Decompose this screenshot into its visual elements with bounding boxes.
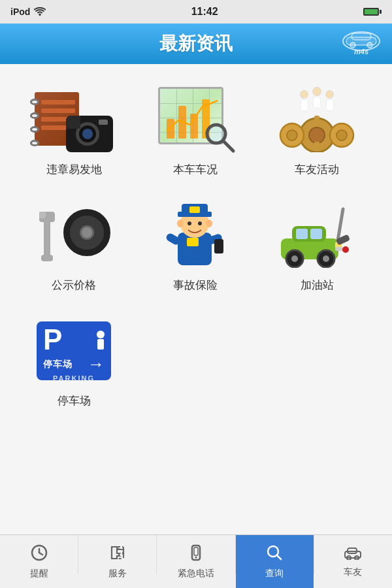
clock-icon [31,544,48,565]
main-content: 违章易发地 [0,64,392,534]
grid-item-jiayouzhan[interactable]: 加油站 [256,193,378,302]
page-title: 最新资讯 [159,31,233,56]
grid-item-cheyouhuodong[interactable]: 车友活动 [256,77,378,186]
svg-rect-32 [214,239,223,253]
grid-item-shigubaoxian[interactable]: 事故保险 [135,193,256,302]
tab-cheyou[interactable]: 车友 [314,535,392,588]
shigubaoxian-icon [153,199,238,271]
grid-row-2: 公示价格 [13,193,379,302]
tab-tixing-label: 提醒 [30,568,48,580]
svg-point-48 [342,246,349,253]
grid-item-gongshijia[interactable]: 公示价格 [13,193,135,302]
tab-jinjidianhua[interactable]: 紧急电话 [157,535,235,588]
cheyouhuodong-icon [274,84,359,155]
battery-icon [363,8,382,16]
car-icon [344,546,362,564]
svg-point-28 [188,221,191,225]
cheyouhuodong-label: 车友活动 [295,162,339,177]
status-bar: iPod 11:42 [0,0,392,24]
svg-rect-21 [39,212,46,218]
svg-point-43 [323,255,329,262]
svg-rect-19 [44,218,50,261]
svg-point-55 [195,556,197,558]
gongshijia-icon [31,199,116,271]
weizhangyifadi-label: 违章易发地 [46,162,102,177]
svg-rect-27 [189,206,200,213]
svg-point-16 [287,130,297,140]
svg-rect-33 [187,238,199,246]
grid-row-3: P 停车场 → PARKING 停车场 [13,308,379,417]
svg-rect-54 [194,547,198,555]
svg-point-29 [198,221,202,225]
svg-rect-11 [314,116,319,125]
search-icon [266,544,283,565]
tab-fuwu-label: 服务 [108,568,127,580]
shigubaoxian-label: 事故保险 [173,278,218,293]
svg-line-51 [39,553,42,555]
svg-line-57 [277,555,281,559]
svg-point-41 [291,255,298,262]
svg-point-4 [350,42,355,48]
gongshijia-label: 公示价格 [52,278,96,293]
tab-chaxun[interactable]: 查询 [236,535,314,588]
carrier-label: iPod [10,7,30,17]
svg-line-8 [223,140,233,151]
grid-item-tingchechang[interactable]: P 停车场 → PARKING 停车场 [13,308,135,417]
svg-rect-12 [314,142,319,151]
svg-point-18 [336,130,347,140]
svg-rect-45 [335,247,343,251]
svg-point-34 [177,220,184,227]
tingchechang-label: 停车场 [57,393,91,408]
status-time: 11:42 [191,6,218,18]
svg-point-0 [39,14,41,16]
grid-row-1: 违章易发地 [13,77,379,186]
svg-rect-39 [310,229,322,239]
svg-rect-22 [41,255,53,261]
svg-point-35 [206,220,212,227]
benchekuang-icon [153,84,238,155]
puzzle-icon [109,544,126,565]
tingchechang-icon: P 停车场 → PARKING [31,315,116,387]
benchekuang-label: 本车车况 [173,162,218,177]
tab-bar: 提醒 服务 紧急电话 [0,534,392,588]
svg-rect-38 [296,229,308,239]
tab-chaxun-label: 查询 [265,568,284,580]
tab-jinjidianhua-label: 紧急电话 [178,568,214,580]
tab-tixing[interactable]: 提醒 [0,535,78,588]
tab-fuwu[interactable]: 服务 [78,535,156,588]
header: 最新资讯 m4s [0,24,392,64]
svg-line-46 [338,209,343,240]
grid-item-benchekuang[interactable]: 本车车况 [135,77,256,186]
svg-rect-3 [351,33,371,40]
tab-cheyou-label: 车友 [344,566,362,578]
status-right [363,8,382,16]
wifi-icon [34,7,46,18]
svg-text:m4s: m4s [354,48,368,56]
jiayouzhan-icon [274,199,359,271]
grid-item-weizhangyifadi[interactable]: 违章易发地 [13,77,135,186]
weizhangyifadi-icon [31,84,116,155]
status-left: iPod [10,7,46,18]
jiayouzhan-label: 加油站 [301,278,334,293]
phone-icon [188,544,204,565]
svg-point-10 [309,127,325,143]
logo: m4s [340,28,383,59]
svg-point-5 [367,42,372,48]
